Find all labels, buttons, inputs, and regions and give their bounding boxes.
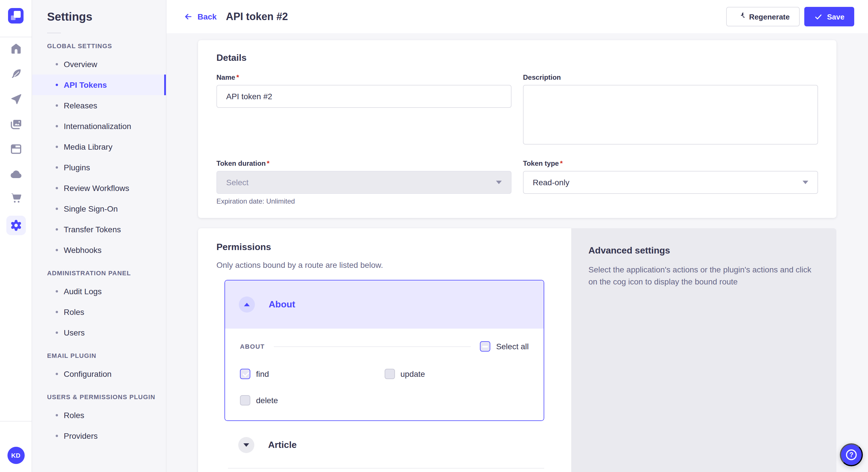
chevron-down-icon [243, 443, 249, 447]
select-all-label: Select all [496, 342, 529, 351]
layout-icon[interactable] [9, 142, 23, 156]
bullet-icon [56, 104, 58, 107]
regenerate-button[interactable]: Regenerate [726, 7, 800, 26]
cart-icon[interactable] [9, 191, 23, 205]
sidebar-section-label: EMAIL PLUGIN [32, 352, 166, 359]
sidebar-section-label: ADMINISTRATION PANEL [32, 270, 166, 276]
sidebar-item-webhooks[interactable]: Webhooks [32, 240, 166, 260]
section-divider [228, 468, 544, 469]
advanced-settings-body: Select the application's actions or the … [588, 264, 813, 288]
sidebar-title-divider [47, 33, 61, 33]
feather-icon[interactable] [9, 67, 23, 81]
sidebar-item-review-workflows[interactable]: Review Workflows [32, 178, 166, 198]
rail-bottom-divider [0, 421, 32, 422]
accordion-article-header[interactable]: Article [224, 427, 544, 463]
about-subsection-label: ABOUT [240, 343, 265, 350]
sidebar-section-admin-panel: ADMINISTRATION PANEL Audit Logs Roles Us… [32, 270, 166, 343]
settings-sidebar: Settings GLOBAL SETTINGS Overview API To… [32, 0, 166, 472]
bullet-icon [56, 166, 58, 169]
home-icon[interactable] [9, 42, 23, 56]
bullet-icon [56, 63, 58, 65]
sidebar-item-internationalization[interactable]: Internationalization [32, 116, 166, 136]
sidebar-item-configuration[interactable]: Configuration [32, 364, 166, 384]
sidebar-item-releases[interactable]: Releases [32, 95, 166, 116]
sidebar-item-api-tokens[interactable]: API Tokens [32, 74, 166, 95]
sidebar-item-providers[interactable]: Providers [32, 426, 166, 446]
bullet-icon [56, 228, 58, 231]
sidebar-title: Settings [32, 10, 166, 24]
permissions-section: Permissions Only actions bound by a rout… [198, 228, 836, 472]
update-checkbox[interactable] [384, 369, 395, 379]
action-find[interactable]: find [240, 369, 384, 379]
chevron-up-icon [244, 303, 250, 306]
rail-divider [0, 37, 32, 37]
delete-checkbox[interactable] [240, 395, 250, 405]
select-all-checkbox[interactable] [480, 341, 490, 351]
sidebar-section-users-permissions: USERS & PERMISSIONS PLUGIN Roles Provide… [32, 394, 166, 446]
strapi-admin-app: KD Settings GLOBAL SETTINGS Overview API… [0, 0, 868, 472]
token-type-label: Token type* [523, 160, 818, 167]
arrow-left-icon [184, 12, 193, 21]
save-button[interactable]: Save [804, 7, 854, 26]
sidebar-item-transfer-tokens[interactable]: Transfer Tokens [32, 219, 166, 240]
user-avatar[interactable]: KD [7, 447, 24, 464]
settings-nav-active-tile[interactable] [6, 216, 26, 235]
back-link[interactable]: Back [184, 12, 217, 21]
name-field-group: Name* [216, 73, 512, 108]
sidebar-section-global: GLOBAL SETTINGS Overview API Tokens Rele… [32, 42, 166, 260]
about-subsection-row: ABOUT Select all [240, 341, 529, 351]
permissions-subtitle: Only actions bound by a route are listed… [216, 260, 553, 270]
token-duration-field-group: Token duration* Select Expiration date: … [216, 160, 512, 205]
main-area: Back API token #2 Regenerate Save Detail… [166, 0, 868, 472]
sidebar-item-media-library[interactable]: Media Library [32, 136, 166, 157]
token-type-select[interactable]: Read-only [523, 171, 818, 194]
delete-label: delete [256, 396, 278, 405]
description-textarea[interactable] [523, 85, 818, 144]
sidebar-section-label: GLOBAL SETTINGS [32, 42, 166, 49]
subsection-divider [274, 346, 471, 347]
permissions-card: Permissions Only actions bound by a rout… [198, 228, 571, 472]
about-actions-grid: find update delete [240, 369, 529, 405]
sidebar-section-email-plugin: EMAIL PLUGIN Configuration [32, 352, 166, 384]
select-all-control[interactable]: Select all [480, 341, 529, 351]
strapi-logo[interactable] [8, 8, 24, 24]
help-button[interactable]: ? [840, 443, 863, 466]
sidebar-item-plugins[interactable]: Plugins [32, 157, 166, 178]
bullet-icon [56, 187, 58, 189]
bullet-icon [56, 146, 58, 148]
token-duration-select[interactable]: Select [216, 171, 512, 194]
accordion-about-header[interactable]: About [225, 280, 544, 329]
cloud-icon[interactable] [9, 167, 23, 181]
action-delete[interactable]: delete [240, 395, 384, 405]
chevron-down-icon [496, 181, 502, 184]
action-update[interactable]: update [384, 369, 529, 379]
page-header: Back API token #2 Regenerate Save [166, 0, 868, 33]
sidebar-item-audit-logs[interactable]: Audit Logs [32, 281, 166, 302]
bullet-icon [56, 435, 58, 437]
question-mark-icon: ? [844, 448, 858, 462]
collapse-toggle-button[interactable] [239, 297, 255, 312]
bullet-icon [56, 249, 58, 251]
expiration-helper-text: Expiration date: Unlimited [216, 197, 512, 205]
sidebar-item-overview[interactable]: Overview [32, 54, 166, 74]
advanced-settings-title: Advanced settings [588, 245, 813, 256]
accordion-about-title: About [269, 299, 295, 310]
sidebar-item-users[interactable]: Users [32, 322, 166, 343]
bullet-icon [56, 311, 58, 313]
details-form: Name* Description Token duration* Select [216, 73, 818, 205]
images-icon[interactable] [9, 117, 23, 131]
bullet-icon [56, 373, 58, 375]
name-input[interactable] [216, 85, 512, 108]
main-nav-rail: KD [0, 0, 32, 472]
find-checkbox[interactable] [240, 369, 250, 379]
page-title: API token #2 [226, 11, 288, 23]
description-label: Description [523, 73, 818, 81]
expand-toggle-button[interactable] [238, 437, 254, 453]
token-duration-label: Token duration* [216, 160, 512, 167]
sidebar-item-single-sign-on[interactable]: Single Sign-On [32, 198, 166, 219]
sidebar-item-up-roles[interactable]: Roles [32, 405, 166, 426]
find-label: find [256, 369, 269, 378]
send-icon[interactable] [9, 92, 23, 106]
sidebar-item-roles[interactable]: Roles [32, 302, 166, 322]
permissions-title: Permissions [216, 242, 553, 252]
